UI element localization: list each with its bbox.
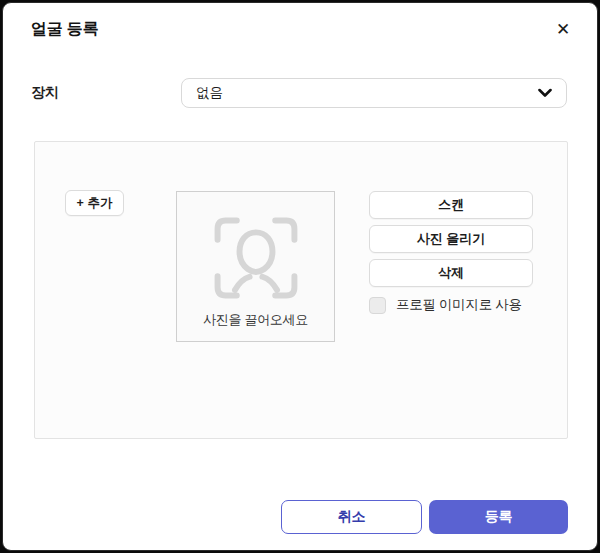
upload-photo-button[interactable]: 사진 올리기 bbox=[369, 225, 533, 253]
device-select-value: 없음 bbox=[196, 84, 223, 102]
profile-image-checkbox-label: 프로필 이미지로 사용 bbox=[396, 296, 522, 314]
delete-button[interactable]: 삭제 bbox=[369, 259, 533, 287]
device-select[interactable]: 없음 bbox=[181, 78, 567, 108]
chevron-down-icon bbox=[538, 89, 552, 98]
scan-button[interactable]: 스캔 bbox=[369, 191, 533, 219]
screen-backdrop: 얼굴 등록 ✕ 장치 없음 + 추가 bbox=[0, 0, 600, 553]
close-icon[interactable]: ✕ bbox=[549, 15, 577, 43]
device-row: 장치 없음 bbox=[31, 78, 567, 108]
action-button-column: 스캔 사진 올리기 삭제 프로필 이미지로 사용 bbox=[369, 191, 533, 314]
face-registration-dialog: 얼굴 등록 ✕ 장치 없음 + 추가 bbox=[2, 2, 598, 551]
drop-area-hint: 사진을 끌어오세요 bbox=[203, 311, 308, 329]
add-photo-button[interactable]: + 추가 bbox=[65, 190, 124, 216]
device-label: 장치 bbox=[31, 84, 59, 102]
photo-drop-area[interactable]: 사진을 끌어오세요 bbox=[176, 191, 335, 342]
cancel-button[interactable]: 취소 bbox=[281, 500, 422, 534]
face-scan-icon bbox=[210, 215, 302, 301]
dialog-title: 얼굴 등록 bbox=[31, 19, 98, 40]
profile-image-checkbox-row[interactable]: 프로필 이미지로 사용 bbox=[369, 296, 533, 314]
register-button[interactable]: 등록 bbox=[429, 500, 568, 534]
checkbox-unchecked-icon[interactable] bbox=[369, 297, 386, 314]
photo-panel: + 추가 사진을 끌어오세요 스캔 사진 올 bbox=[34, 141, 568, 439]
